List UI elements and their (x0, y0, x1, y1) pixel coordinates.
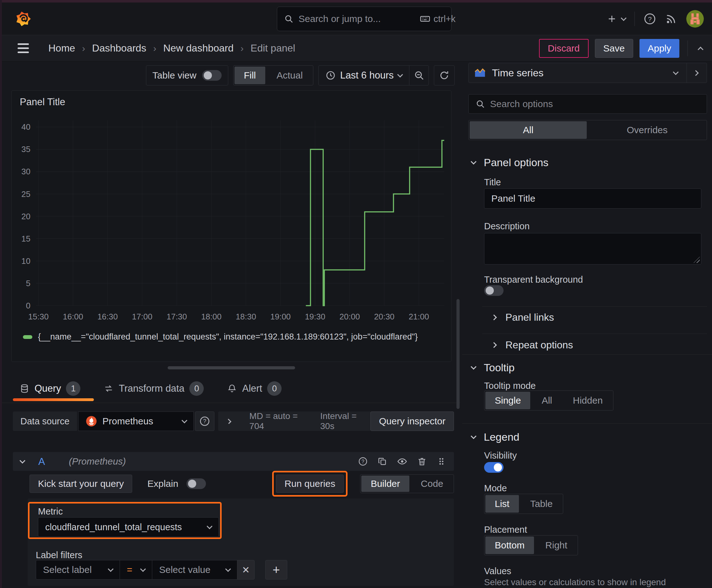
collapse-query-icon[interactable] (19, 458, 25, 463)
repeat-options-section[interactable]: Repeat options (492, 339, 573, 351)
tooltip-mode-label: Tooltip mode (484, 381, 536, 391)
explain-toggle[interactable] (187, 478, 206, 489)
datasource-help-button[interactable]: ? (195, 412, 214, 431)
keyboard-icon (420, 14, 430, 24)
x-tick-label: 15:30 (28, 312, 49, 321)
y-tick-label: 30 (21, 167, 30, 176)
divider (482, 306, 707, 307)
save-button[interactable]: Save (595, 39, 633, 58)
avatar[interactable] (686, 10, 704, 28)
legend-mode-list[interactable]: List (486, 495, 519, 512)
options-search-input[interactable] (490, 99, 700, 109)
refresh-button[interactable] (434, 65, 455, 85)
actual-option[interactable]: Actual (267, 67, 312, 84)
panel-links-section[interactable]: Panel links (492, 312, 554, 323)
tooltip-mode-hidden[interactable]: Hidden (563, 392, 612, 409)
divider (482, 334, 707, 334)
remove-filter-button[interactable]: ✕ (237, 560, 255, 580)
visualization-picker[interactable]: Time series (468, 63, 707, 83)
menu-toggle-button[interactable] (18, 43, 29, 53)
chart-panel[interactable]: Panel Title 15:3016:0016:3017:0017:3018:… (11, 90, 451, 362)
time-series-chart[interactable]: 15:3016:0016:3017:0017:3018:0018:3019:00… (15, 111, 449, 331)
breadcrumb-new-dashboard[interactable]: New dashboard (163, 42, 234, 54)
panel-title-input[interactable] (491, 193, 694, 204)
editor-tabs: Query 1 Transform data 0 Alert 0 (19, 379, 282, 398)
tooltip-mode-single[interactable]: Single (486, 392, 530, 409)
panel-toolbar: Table view Fill Actual Last 6 hours (2, 65, 455, 85)
time-series-icon (474, 67, 486, 79)
builder-option[interactable]: Builder (361, 476, 409, 492)
select-value-dropdown[interactable]: Select value (152, 560, 237, 580)
section-panel-options-label: Panel options (484, 156, 548, 169)
help-circle-icon[interactable]: ? (358, 456, 368, 466)
breadcrumb-home[interactable]: Home (48, 42, 75, 54)
help-icon[interactable]: ? (644, 13, 656, 25)
query-row-header[interactable]: A (Prometheus) ? (13, 452, 454, 471)
chevron-down-icon (140, 566, 146, 572)
global-search-box[interactable]: ctrl+k (277, 6, 451, 31)
transparent-label: Transparent background (484, 275, 583, 285)
query-options-strip[interactable]: MD = auto = 704 Interval = 30s (218, 412, 371, 431)
tab-query-label: Query (35, 383, 61, 394)
fill-option[interactable]: Fill (235, 67, 265, 84)
operator-dropdown[interactable]: = (120, 560, 152, 580)
global-search-input[interactable] (299, 14, 420, 24)
vertical-scrollbar[interactable] (456, 299, 459, 409)
tab-alert[interactable]: Alert 0 (227, 381, 282, 396)
discard-button[interactable]: Discard (539, 39, 589, 58)
new-menu-button[interactable] (606, 14, 626, 24)
chevron-down-icon (182, 417, 188, 423)
chevron-right-icon (226, 419, 231, 424)
panel-title-field[interactable] (484, 188, 701, 209)
query-inspector-button[interactable]: Query inspector (370, 412, 454, 431)
tab-query[interactable]: Query 1 (19, 381, 80, 396)
select-label-dropdown[interactable]: Select label (36, 560, 120, 580)
placement-right[interactable]: Right (536, 537, 577, 554)
resize-handle-icon[interactable] (693, 257, 700, 263)
transform-icon (104, 383, 114, 394)
legend-series-label[interactable]: {__name__="cloudflared_tunnel_total_requ… (38, 332, 418, 342)
x-tick-label: 19:30 (305, 312, 325, 321)
actions-divider (688, 41, 688, 56)
panel-resize-handle[interactable] (168, 366, 295, 370)
tab-overrides[interactable]: Overrides (589, 121, 706, 139)
legend-visibility-toggle[interactable] (484, 462, 503, 473)
time-range-picker[interactable]: Last 6 hours (319, 66, 409, 85)
kick-start-button[interactable]: Kick start your query (29, 475, 132, 493)
datasource-select[interactable]: Prometheus (78, 412, 194, 431)
code-option[interactable]: Code (411, 476, 453, 492)
section-tooltip[interactable]: Tooltip (472, 361, 515, 374)
breadcrumb-dashboards[interactable]: Dashboards (92, 42, 146, 54)
apply-button[interactable]: Apply (640, 39, 679, 58)
description-textarea[interactable] (484, 233, 701, 265)
section-legend[interactable]: Legend (472, 431, 519, 443)
zoom-out-button[interactable] (409, 66, 429, 85)
transparent-background-toggle[interactable] (484, 285, 503, 296)
grafana-logo-icon[interactable] (16, 11, 31, 26)
chart-legend[interactable]: {__name__="cloudflared_tunnel_total_requ… (23, 332, 418, 342)
tooltip-mode-all[interactable]: All (532, 392, 561, 409)
metric-value: cloudflared_tunnel_total_requests (45, 522, 182, 532)
run-queries-button[interactable]: Run queries (276, 475, 344, 493)
table-view-toggle[interactable] (202, 70, 222, 81)
metric-select[interactable]: cloudflared_tunnel_total_requests (38, 517, 219, 537)
tab-transform[interactable]: Transform data 0 (104, 381, 204, 396)
section-panel-options[interactable]: Panel options (472, 156, 548, 169)
tab-all[interactable]: All (470, 121, 587, 139)
legend-placement-segment: Bottom Right (484, 535, 578, 555)
trash-icon[interactable] (417, 456, 427, 466)
collapse-options-button[interactable] (687, 63, 707, 83)
legend-mode-table[interactable]: Table (521, 495, 562, 512)
news-rss-icon[interactable] (665, 13, 677, 25)
y-tick-label: 5 (26, 279, 30, 288)
placement-bottom[interactable]: Bottom (486, 537, 534, 554)
drag-grip-icon[interactable] (436, 456, 447, 466)
duplicate-icon[interactable] (377, 456, 387, 466)
add-filter-button[interactable]: + (265, 560, 287, 580)
collapse-header-icon[interactable] (697, 47, 703, 52)
eye-icon[interactable] (397, 456, 408, 467)
table-view-label: Table view (153, 70, 196, 81)
options-search-box[interactable] (468, 94, 707, 114)
chevron-down-icon (471, 159, 476, 164)
y-tick-label: 15 (21, 234, 30, 244)
